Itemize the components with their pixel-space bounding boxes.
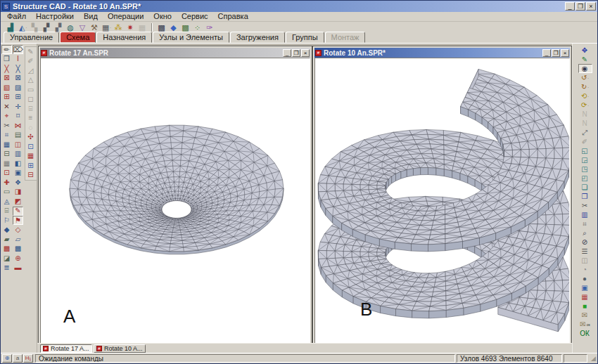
left-toolbar-sub-icon[interactable]: ✐ [25, 57, 36, 66]
left-toolbar-sub-icon[interactable]: ⊟ [25, 171, 36, 180]
toolbar-icon[interactable]: ▩ [155, 22, 167, 32]
left-toolbar-icon[interactable]: ▣ [13, 169, 23, 178]
left-toolbar-icon[interactable]: ⌦ [13, 45, 23, 54]
left-toolbar-icon[interactable]: ≣ [1, 264, 12, 273]
window-bar-button[interactable]: # Rotate 17 A... [40, 344, 92, 353]
child-minimize-button[interactable]: _ [542, 49, 551, 57]
left-toolbar-icon[interactable]: ▰ [1, 235, 12, 244]
left-toolbar-icon[interactable]: ◫ [13, 140, 23, 149]
right-toolbar-icon[interactable]: ⟳· [578, 100, 592, 110]
toolbar-icon[interactable]: ▦ [136, 22, 148, 32]
right-toolbar-icon[interactable]: ❏ [578, 183, 592, 192]
right-toolbar-icon[interactable]: ⊘ [578, 238, 592, 247]
left-toolbar-sub-icon[interactable]: ⊞ [25, 161, 36, 170]
right-toolbar-icon[interactable]: ✐ [578, 137, 592, 146]
right-toolbar-icon[interactable]: ✂ [578, 201, 592, 210]
tab[interactable]: Назначения [96, 32, 152, 43]
left-toolbar-icon[interactable]: ⌸ [1, 207, 12, 216]
toolbar-icon[interactable]: ▦· [101, 22, 113, 32]
right-toolbar-icon[interactable]: ■ [578, 301, 592, 311]
menu-item[interactable]: Операции [103, 12, 148, 21]
right-toolbar-icon[interactable]: ● [578, 274, 592, 283]
right-toolbar-icon[interactable]: ▦ [578, 292, 592, 301]
left-toolbar-sub-icon[interactable]: ✎ [25, 47, 36, 56]
child-titlebar[interactable]: # Rotate 17 An.SPR _ ❐ × [40, 48, 310, 58]
toolbar-icon[interactable]: ◆ [167, 22, 179, 32]
toolbar-icon[interactable]: ✑ [203, 22, 215, 32]
right-toolbar-icon[interactable]: ⤢ [578, 128, 592, 137]
left-toolbar-icon[interactable]: ✎ [13, 207, 23, 216]
resize-grip-icon[interactable]: ◢ [587, 355, 596, 362]
tab[interactable]: Схема [60, 32, 96, 43]
right-toolbar-icon[interactable]: ▥ [578, 210, 592, 219]
left-toolbar-icon[interactable]: ❖ [13, 178, 23, 187]
tab[interactable]: Группы [286, 32, 324, 43]
right-toolbar-icon[interactable]: ↻· [578, 82, 592, 91]
toolbar-icon[interactable]: ▩ [179, 22, 191, 32]
tab[interactable]: Управление [4, 32, 59, 43]
window-bar-button[interactable]: # Rotate 10 A... [94, 344, 146, 353]
left-toolbar-icon[interactable]: ⊞ [13, 93, 23, 102]
right-toolbar-icon[interactable]: N [578, 119, 592, 128]
right-toolbar-icon[interactable]: ☰ [578, 247, 592, 256]
toolbar-icon[interactable]: ◍ [65, 22, 77, 32]
right-toolbar-icon[interactable]: ◰ [578, 174, 592, 183]
left-toolbar-icon[interactable]: ⊡ [1, 169, 12, 178]
toolbar-icon[interactable]: ▚ [29, 22, 41, 32]
left-toolbar-icon[interactable]: ✚ [1, 178, 12, 187]
model-canvas-a[interactable]: A [40, 58, 310, 344]
left-toolbar-sub-icon[interactable]: ⊡ [25, 142, 36, 151]
child-close-button[interactable]: × [561, 49, 569, 57]
right-toolbar-icon[interactable]: ⟲· [578, 91, 592, 100]
left-toolbar-icon[interactable]: ⌑ [13, 112, 23, 121]
left-toolbar-icon[interactable]: ✏ [1, 45, 12, 54]
left-toolbar-icon[interactable]: ⊟ [1, 150, 12, 159]
right-toolbar-icon[interactable]: ▣ [578, 283, 592, 292]
toolbar-icon[interactable]: ✷ [125, 22, 136, 32]
right-toolbar-icon[interactable]: ◲ [578, 155, 592, 164]
left-toolbar-sub-icon[interactable]: ✣ [25, 133, 36, 142]
model-canvas-b[interactable]: B [314, 58, 570, 344]
minimize-button[interactable]: _ [565, 2, 575, 11]
tab[interactable]: Узлы и Элементы [153, 32, 229, 43]
child-titlebar[interactable]: # Rotate 10 An.SPR* _ ❐ × [314, 48, 570, 58]
left-toolbar-icon[interactable]: ◧ [13, 159, 23, 168]
right-toolbar-icon[interactable]: ⌕ [578, 228, 592, 238]
right-toolbar-icon[interactable]: ◱ [578, 146, 592, 155]
close-button[interactable]: × [586, 2, 596, 11]
toolbar-icon[interactable]: ◭· [17, 22, 29, 32]
menu-item[interactable]: Справка [213, 12, 253, 21]
restore-button[interactable]: ❐ [575, 2, 585, 11]
left-toolbar-icon[interactable]: ◨ [13, 188, 23, 197]
left-toolbar-icon[interactable]: ⚐ [1, 216, 12, 225]
right-toolbar-icon[interactable]: ◳ [578, 164, 592, 174]
menu-item[interactable]: Настройки [31, 12, 79, 21]
left-toolbar-icon[interactable]: ⊞ [1, 93, 12, 102]
child-restore-button[interactable]: ❐ [292, 49, 300, 57]
right-toolbar-icon[interactable]: ⌗ [578, 219, 592, 228]
left-toolbar-icon[interactable]: ▦ [1, 140, 12, 149]
left-toolbar-icon[interactable]: ⊕ [13, 254, 23, 263]
left-toolbar-icon[interactable]: ▩ [13, 245, 23, 254]
right-toolbar-icon[interactable]: ✉ [578, 311, 592, 320]
left-toolbar-sub-icon[interactable]: ▭ [25, 85, 36, 94]
tab[interactable]: Загружения [230, 32, 285, 43]
menu-item[interactable]: Файл [2, 12, 31, 21]
toolbar-icon[interactable]: ⁂ [113, 22, 125, 32]
menu-item[interactable]: Вид [79, 12, 103, 21]
left-toolbar-sub-icon[interactable]: ◿ [25, 66, 36, 75]
left-toolbar-icon[interactable]: ⋈ [13, 121, 23, 130]
left-toolbar-icon[interactable]: ◇ [13, 226, 23, 235]
tab[interactable]: Монтаж [325, 32, 366, 43]
left-toolbar-icon[interactable]: ⌗ [1, 131, 12, 140]
right-toolbar-icon[interactable]: ◉ [578, 64, 592, 73]
right-toolbar-icon[interactable]: ❐ [578, 192, 592, 201]
toolbar-icon[interactable]: ▞ [41, 22, 53, 32]
left-toolbar-icon[interactable]: Ⅰ [13, 55, 23, 64]
left-toolbar-icon[interactable]: ◆ [1, 226, 12, 235]
left-toolbar-icon[interactable]: ◬ [1, 197, 12, 206]
right-toolbar-icon[interactable]: ✥ [578, 46, 592, 55]
left-toolbar-icon[interactable]: ◩ [13, 197, 23, 206]
child-minimize-button[interactable]: _ [283, 49, 291, 57]
left-toolbar-icon[interactable]: ⌖ [1, 112, 12, 121]
